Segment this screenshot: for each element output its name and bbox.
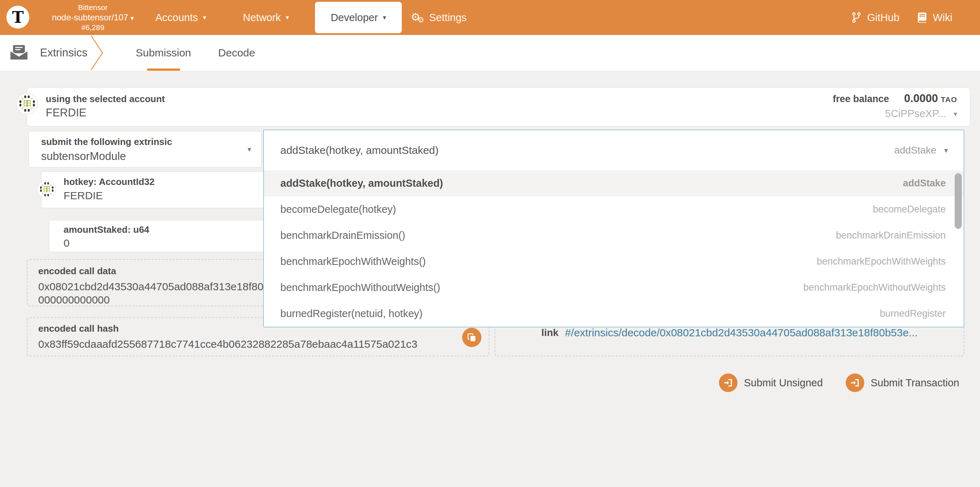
method-signature: becomeDelegate(hotkey) [280, 204, 396, 215]
dropdown-scrollbar[interactable] [955, 173, 962, 229]
method-select-dropdown: addStake(hotkey, amountStaked) addStake … [263, 130, 964, 328]
submit-transaction-button[interactable]: Submit Transaction [846, 374, 959, 392]
amount-staked-value: 0 [64, 237, 70, 249]
selected-account-card: using the selected account FERDIE free b… [27, 88, 970, 126]
hotkey-param-label: hotkey: AccountId32 [64, 177, 154, 188]
nav-developer-label: Developer [331, 12, 378, 24]
method-name: benchmarkEpochWithoutWeights [803, 282, 946, 293]
nav-item-settings[interactable]: ⚙⚙ Settings [411, 0, 467, 35]
balance-unit: TAO [941, 95, 957, 103]
copy-icon [466, 332, 477, 343]
tab-submission-label: Submission [136, 47, 191, 59]
submit-unsigned-label: Submit Unsigned [744, 377, 823, 389]
extrinsics-page: Τ Bittensor node-subtensor/107 ▾ #6,289 … [0, 0, 980, 487]
sign-in-icon [719, 374, 738, 392]
decode-link[interactable]: #/extrinsics/decode/0x08021cbd2d43530a44… [565, 326, 918, 339]
submit-transaction-label: Submit Transaction [871, 377, 959, 389]
account-identicon[interactable] [16, 92, 38, 116]
method-option-list: addStake(hotkey, amountStaked) addStake … [264, 170, 964, 327]
link-label: link [541, 326, 558, 339]
method-option-addStake[interactable]: addStake(hotkey, amountStaked) addStake [264, 170, 964, 196]
method-signature: burnedRegister(netuid, hotkey) [280, 308, 423, 320]
tab-decode-label: Decode [218, 47, 255, 59]
method-name: benchmarkDrainEmission [836, 230, 946, 241]
chevron-down-icon: ▾ [383, 14, 386, 21]
method-signature: benchmarkEpochWithoutWeights() [280, 282, 441, 293]
method-name: becomeDelegate [873, 204, 946, 215]
account-address-short: 5CiPPseXP... [885, 108, 947, 119]
method-option-benchmarkDrainEmission[interactable]: benchmarkDrainEmission() benchmarkDrainE… [264, 223, 964, 248]
method-option-benchmarkEpochWithWeights[interactable]: benchmarkEpochWithWeights() benchmarkEpo… [264, 248, 964, 275]
method-signature: benchmarkDrainEmission() [280, 229, 406, 241]
hotkey-identicon[interactable] [37, 180, 56, 200]
method-signature: addStake(hotkey, amountStaked) [280, 177, 443, 189]
extrinsic-module-value: subtensorModule [41, 150, 126, 163]
account-dropdown[interactable]: free balance 0.0000TAO 5CiPPseXP... ▾ [833, 92, 957, 119]
breadcrumb-chevron [89, 35, 105, 71]
submit-actions: Submit Unsigned Submit Transaction [719, 374, 959, 392]
chevron-down-icon: ▾ [286, 14, 289, 21]
chain-selector[interactable]: Bittensor node-subtensor/107 ▾ #6,289 [33, 3, 153, 32]
free-balance-label: free balance [833, 94, 889, 105]
chevron-down-icon: ▾ [131, 14, 134, 22]
method-name: burnedRegister [880, 308, 946, 319]
nav-accounts-label: Accounts [155, 12, 198, 24]
method-short-name: addStake [894, 145, 936, 156]
amount-staked-label: amountStaked: u64 [64, 224, 149, 235]
extrinsic-module-label: submit the following extrinsic [41, 136, 172, 148]
github-label: GitHub [867, 12, 899, 24]
method-input-value: addStake(hotkey, amountStaked) [280, 144, 439, 156]
nav-item-network[interactable]: Network ▾ [243, 0, 289, 35]
method-signature: benchmarkEpochWithWeights() [280, 256, 426, 267]
app-logo[interactable]: Τ [6, 6, 29, 29]
method-name: benchmarkEpochWithWeights [817, 256, 946, 267]
method-option-benchmarkEpochWithoutWeights[interactable]: benchmarkEpochWithoutWeights() benchmark… [264, 275, 964, 301]
chevron-down-icon: ▾ [248, 131, 251, 167]
nav-settings-label: Settings [429, 12, 467, 24]
top-nav-bar: Τ Bittensor node-subtensor/107 ▾ #6,289 … [0, 0, 980, 35]
gear-icon: ⚙⚙ [411, 11, 424, 24]
selected-account-name: FERDIE [46, 107, 86, 119]
page-title: Extrinsics [40, 35, 88, 71]
extrinsics-envelope-icon [9, 44, 29, 61]
nav-network-label: Network [243, 12, 281, 24]
chevron-down-icon: ▾ [954, 110, 957, 118]
tab-submission[interactable]: Submission [132, 35, 195, 71]
wiki-label: Wiki [933, 12, 953, 24]
extrinsic-module-select[interactable]: submit the following extrinsic subtensor… [29, 131, 261, 167]
method-option-burnedRegister[interactable]: burnedRegister(netuid, hotkey) burnedReg… [264, 301, 964, 327]
chevron-down-icon: ▾ [203, 14, 206, 21]
github-link[interactable]: GitHub [851, 0, 899, 35]
chevron-down-icon: ▾ [944, 146, 948, 154]
wiki-link[interactable]: Wiki [916, 0, 953, 35]
hotkey-param-value: FERDIE [64, 189, 103, 202]
method-name: addStake [903, 178, 946, 189]
submit-unsigned-button[interactable]: Submit Unsigned [719, 374, 823, 392]
selected-account-label: using the selected account [46, 94, 165, 105]
nav-item-accounts[interactable]: Accounts ▾ [155, 0, 206, 35]
tab-decode[interactable]: Decode [213, 35, 261, 71]
free-balance-value: 0.0000 [904, 92, 938, 105]
logo-letter: Τ [12, 8, 24, 26]
git-branch-icon [851, 12, 862, 23]
method-select-input[interactable]: addStake(hotkey, amountStaked) addStake … [264, 131, 964, 170]
copy-hash-button[interactable] [462, 328, 481, 347]
method-option-becomeDelegate[interactable]: becomeDelegate(hotkey) becomeDelegate [264, 196, 964, 223]
nav-item-developer[interactable]: Developer ▾ [315, 2, 402, 33]
book-icon [916, 12, 928, 23]
encoded-call-hash-value: 0x83ff59cdaaafd255687718c7741cce4b062328… [38, 337, 488, 351]
block-number: #6,289 [33, 23, 153, 32]
chain-name: Bittensor [33, 3, 153, 12]
tab-bar: Extrinsics Submission Decode [0, 35, 980, 71]
node-name: node-subtensor/107 [52, 13, 128, 22]
sign-in-icon [846, 374, 864, 392]
